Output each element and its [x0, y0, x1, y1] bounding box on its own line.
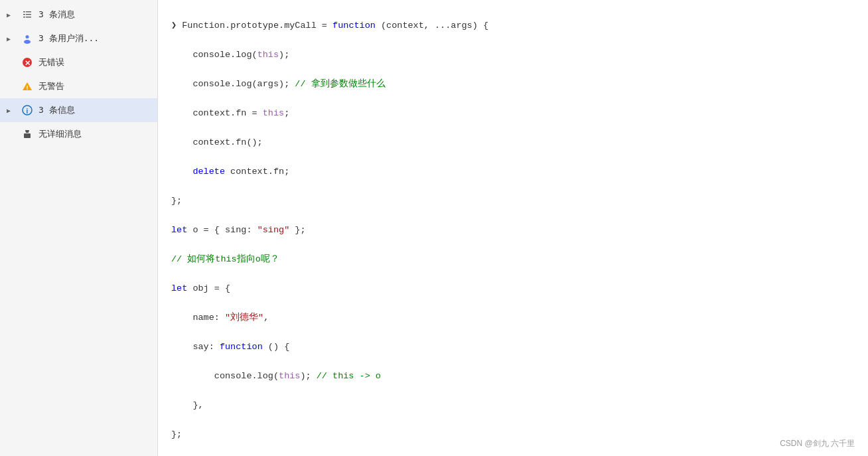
- code-line-3: console.log(args); // 拿到参数做些什么: [171, 77, 855, 92]
- sidebar-item-label: 无详细消息: [38, 128, 82, 140]
- sidebar-item-label: 3 条消息: [38, 9, 75, 21]
- svg-point-16: [25, 131, 26, 133]
- code-display: ❯ Function.prototype.myCall = function (…: [158, 0, 868, 456]
- svg-text:!: !: [27, 84, 29, 91]
- watermark: CSDN @剑九 六千里: [780, 438, 855, 449]
- code-line-8: let o = { sing: "sing" };: [171, 223, 855, 238]
- svg-rect-4: [23, 17, 25, 18]
- code-line-6: delete context.fn;: [171, 165, 855, 179]
- code-line-10: let obj = {: [171, 281, 855, 296]
- svg-rect-5: [26, 17, 31, 18]
- svg-point-17: [29, 131, 30, 133]
- code-line-5: context.fn();: [171, 135, 855, 150]
- code-line-4: context.fn = this;: [171, 106, 855, 121]
- sidebar-item-messages[interactable]: ▶ 3 条消息: [0, 3, 157, 27]
- sidebar-item-user-messages[interactable]: ▶ 3 条用户消...: [0, 27, 157, 50]
- warning-icon: !: [21, 80, 33, 92]
- sidebar: ▶ 3 条消息 ▶ 3 条用户消...: [0, 0, 158, 456]
- svg-text:✕: ✕: [25, 59, 31, 67]
- svg-point-6: [26, 35, 29, 38]
- svg-rect-15: [24, 133, 31, 138]
- sidebar-item-label: 3 条信息: [38, 104, 75, 116]
- code-line-9: // 如何将this指向o呢？: [171, 252, 855, 267]
- main-content: ❯ Function.prototype.myCall = function (…: [158, 0, 868, 456]
- sidebar-item-label: 无警告: [38, 80, 64, 92]
- arrow-icon: ▶: [7, 11, 16, 19]
- arrow-icon: ▶: [7, 35, 16, 42]
- code-line-11: name: "刘德华",: [171, 311, 855, 325]
- code-line-2: console.log(this);: [171, 48, 855, 62]
- info-icon: i: [21, 104, 33, 116]
- list-icon: [21, 9, 33, 21]
- code-line-14: },: [171, 398, 855, 413]
- sidebar-item-label: 无错误: [38, 56, 64, 68]
- svg-point-7: [24, 40, 31, 44]
- svg-rect-3: [26, 14, 31, 15]
- sidebar-item-info[interactable]: ▶ i 3 条信息: [0, 98, 157, 122]
- sidebar-item-label: 3 条用户消...: [38, 33, 99, 44]
- user-icon: [21, 33, 33, 44]
- error-icon: ✕: [21, 56, 33, 68]
- svg-rect-2: [23, 14, 25, 15]
- arrow-icon: ▶: [7, 107, 16, 114]
- code-line-7: };: [171, 194, 855, 208]
- svg-rect-0: [23, 11, 25, 13]
- code-line-13: console.log(this); // this -> o: [171, 369, 855, 384]
- code-line-12: say: function () {: [171, 340, 855, 354]
- code-line-15: };: [171, 427, 855, 442]
- sidebar-item-no-debug[interactable]: 无详细消息: [0, 122, 157, 146]
- debug-icon: [21, 128, 33, 140]
- sidebar-item-no-errors[interactable]: ✕ 无错误: [0, 50, 157, 74]
- svg-text:i: i: [27, 108, 29, 115]
- svg-rect-1: [26, 11, 31, 13]
- sidebar-item-no-warnings[interactable]: ! 无警告: [0, 74, 157, 98]
- code-line-1: ❯ Function.prototype.myCall = function (…: [171, 19, 855, 33]
